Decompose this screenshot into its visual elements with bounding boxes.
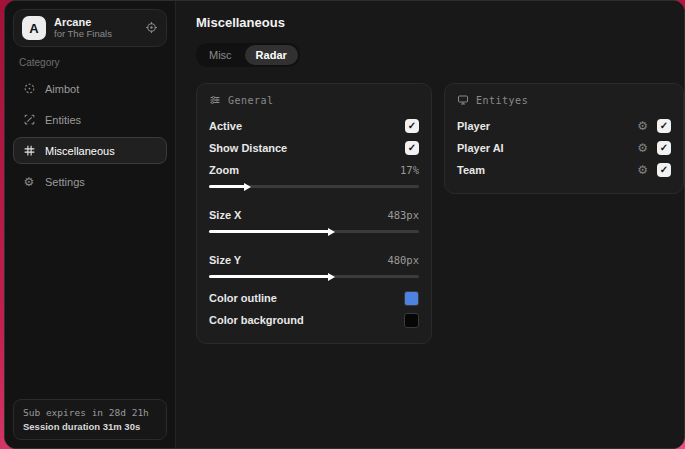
sidebar-item-label: Miscellaneous (45, 145, 115, 157)
setting-row-color-background: Color background (209, 309, 419, 331)
color-background-swatch[interactable] (404, 313, 419, 328)
setting-row-size-y: Size Y 480px (209, 249, 419, 271)
entities-panel-header: Entityes (457, 94, 671, 106)
entity-label: Team (457, 164, 485, 176)
player-ai-checkbox[interactable]: ✓ (657, 141, 671, 155)
size-x-value: 483px (387, 209, 419, 221)
check-icon: ✓ (408, 121, 416, 131)
sidebar-item-label: Entities (45, 114, 81, 126)
color-outline-swatch[interactable] (404, 291, 419, 306)
size-y-slider-fill (209, 275, 329, 278)
entity-label: Player AI (457, 142, 504, 154)
crosshair-icon (22, 82, 36, 95)
entity-controls: ⚙ ✓ (637, 141, 671, 155)
zoom-value: 17% (400, 164, 419, 176)
general-panel: General Active ✓ Show Distance ✓ (196, 83, 432, 344)
setting-row-active: Active ✓ (209, 115, 419, 137)
entity-row-player-ai: Player AI ⚙ ✓ (457, 137, 671, 159)
zoom-slider[interactable] (209, 185, 419, 188)
setting-label: Size X (209, 209, 241, 221)
team-checkbox[interactable]: ✓ (657, 163, 671, 177)
general-panel-title: General (228, 95, 274, 106)
sidebar-item-label: Settings (45, 176, 85, 188)
setting-label: Zoom (209, 164, 239, 176)
check-icon: ✓ (660, 143, 668, 153)
size-x-slider-fill (209, 230, 329, 233)
gear-icon[interactable]: ⚙ (637, 142, 648, 154)
app-logo: A (22, 16, 46, 40)
check-icon: ✓ (408, 143, 416, 153)
zoom-slider-fill (209, 185, 245, 188)
tab-radar[interactable]: Radar (245, 45, 298, 65)
entity-label: Player (457, 120, 490, 132)
app-name: Arcane (54, 16, 137, 29)
grid-icon (22, 144, 36, 157)
active-checkbox[interactable]: ✓ (405, 119, 419, 133)
spacer (209, 242, 419, 249)
sidebar-item-label: Aimbot (45, 83, 79, 95)
setting-row-zoom: Zoom 17% (209, 159, 419, 181)
entities-panel-title: Entityes (476, 95, 528, 106)
entity-controls: ⚙ ✓ (637, 119, 671, 133)
check-icon: ✓ (660, 165, 668, 175)
tab-bar: Misc Radar (196, 43, 300, 67)
sidebar-nav: Aimbot Entities (5, 74, 175, 197)
player-checkbox[interactable]: ✓ (657, 119, 671, 133)
setting-row-show-distance: Show Distance ✓ (209, 137, 419, 159)
entity-row-player: Player ⚙ ✓ (457, 115, 671, 137)
gear-icon[interactable]: ⚙ (637, 120, 648, 132)
page-title: Miscellaneous (196, 15, 684, 30)
sidebar-item-miscellaneous[interactable]: Miscellaneous (13, 137, 167, 164)
tab-misc[interactable]: Misc (198, 45, 243, 65)
spacer (209, 197, 419, 204)
sliders-icon (209, 94, 221, 106)
size-y-slider[interactable] (209, 275, 419, 278)
sidebar-item-aimbot[interactable]: Aimbot (13, 75, 167, 102)
app-header-card: A Arcane for The Finals (13, 9, 167, 47)
gear-icon: ⚙ (22, 175, 36, 189)
check-icon: ✓ (660, 121, 668, 131)
entity-controls: ⚙ ✓ (637, 163, 671, 177)
entities-panel: Entityes Player ⚙ ✓ Player AI (444, 83, 684, 194)
entities-icon (22, 113, 36, 126)
sidebar-item-settings[interactable]: ⚙ Settings (13, 168, 167, 196)
app-logo-letter: A (29, 21, 38, 36)
gear-icon[interactable]: ⚙ (637, 164, 648, 176)
main-content: Miscellaneous Misc Radar Gene (176, 1, 685, 448)
sidebar: A Arcane for The Finals Category (5, 1, 176, 448)
app-window: A Arcane for The Finals Category (4, 0, 685, 449)
setting-label: Color background (209, 314, 304, 326)
setting-label: Active (209, 120, 242, 132)
setting-row-color-outline: Color outline (209, 287, 419, 309)
sidebar-item-entities[interactable]: Entities (13, 106, 167, 133)
sub-expires-text: Sub expires in 28d 21h (23, 407, 157, 418)
size-x-slider[interactable] (209, 230, 419, 233)
app-subtitle: for The Finals (54, 29, 137, 40)
entity-row-team: Team ⚙ ✓ (457, 159, 671, 181)
category-label: Category (19, 57, 161, 68)
app-title-block: Arcane for The Finals (54, 16, 137, 40)
size-y-value: 480px (387, 254, 419, 266)
app-settings-icon[interactable] (145, 21, 158, 36)
show-distance-checkbox[interactable]: ✓ (405, 141, 419, 155)
desktop-background: A Arcane for The Finals Category (0, 0, 685, 449)
session-duration-text: Session duration 31m 30s (23, 421, 157, 432)
setting-label: Show Distance (209, 142, 287, 154)
subscription-info-card: Sub expires in 28d 21h Session duration … (13, 399, 167, 440)
setting-label: Size Y (209, 254, 241, 266)
setting-row-size-x: Size X 483px (209, 204, 419, 226)
setting-label: Color outline (209, 292, 277, 304)
panels-row: General Active ✓ Show Distance ✓ (196, 83, 684, 344)
general-panel-header: General (209, 94, 419, 106)
monitor-icon (457, 94, 469, 106)
